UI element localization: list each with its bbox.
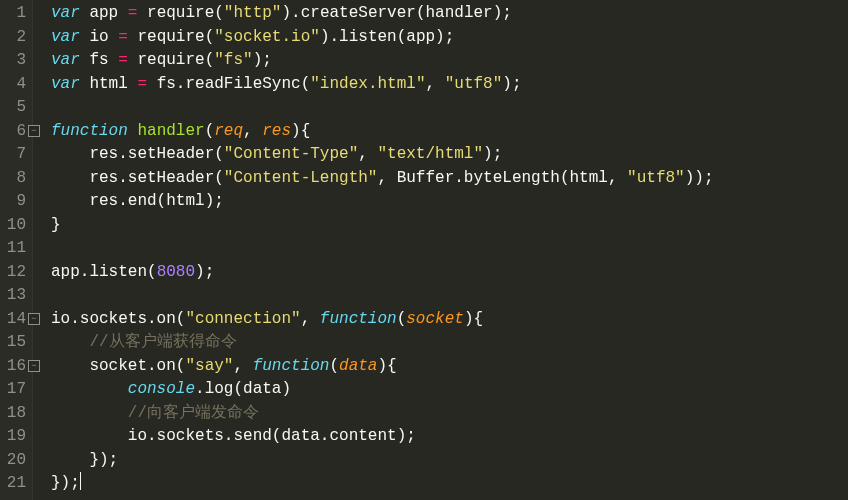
line-number: 8	[4, 167, 26, 191]
code-line[interactable]: }	[51, 214, 714, 238]
token-storage: function	[320, 310, 397, 328]
token-plain: require(	[137, 4, 223, 22]
token-kw: var	[51, 4, 80, 22]
token-plain: });	[51, 474, 80, 492]
token-plain: });	[51, 451, 118, 469]
token-comment: //从客户端获得命令	[89, 333, 236, 351]
line-number: 16−	[4, 355, 26, 379]
code-line[interactable]: //向客户端发命令	[51, 402, 714, 426]
code-line[interactable]: res.end(html);	[51, 190, 714, 214]
code-line[interactable]: var io = require("socket.io").listen(app…	[51, 26, 714, 50]
token-plain: ).listen(app);	[320, 28, 454, 46]
line-number: 9	[4, 190, 26, 214]
line-number: 17	[4, 378, 26, 402]
token-param: data	[339, 357, 377, 375]
code-line[interactable]: var html = fs.readFileSync("index.html",…	[51, 73, 714, 97]
token-plain	[128, 122, 138, 140]
token-plain	[51, 380, 128, 398]
fold-toggle-icon[interactable]: −	[28, 125, 40, 137]
token-plain: , Buffer.byteLength(html,	[377, 169, 627, 187]
code-line[interactable]	[51, 96, 714, 120]
token-num: 8080	[157, 263, 195, 281]
token-plain: fs.readFileSync(	[147, 75, 310, 93]
code-line[interactable]: });	[51, 449, 714, 473]
line-number: 5	[4, 96, 26, 120]
code-line[interactable]: res.setHeader("Content-Length", Buffer.b…	[51, 167, 714, 191]
token-op: =	[137, 75, 147, 93]
token-plain: (	[205, 122, 215, 140]
line-number: 21	[4, 472, 26, 496]
line-number: 2	[4, 26, 26, 50]
code-line[interactable]: socket.on("say", function(data){	[51, 355, 714, 379]
token-str: "fs"	[214, 51, 252, 69]
code-line[interactable]: var fs = require("fs");	[51, 49, 714, 73]
code-line[interactable]: });	[51, 472, 714, 496]
token-plain: res.setHeader(	[51, 145, 224, 163]
token-str: "http"	[224, 4, 282, 22]
token-def: handler	[137, 122, 204, 140]
token-plain: );	[502, 75, 521, 93]
token-plain: ,	[358, 145, 377, 163]
token-kw: var	[51, 28, 80, 46]
token-str: "socket.io"	[214, 28, 320, 46]
fold-toggle-icon[interactable]: −	[28, 313, 40, 325]
line-number: 19	[4, 425, 26, 449]
token-plain: ){	[291, 122, 310, 140]
token-storage: function	[51, 122, 128, 140]
code-editor[interactable]: 123456−7891011121314−1516−1718192021 var…	[0, 0, 848, 500]
token-obj: console	[128, 380, 195, 398]
token-comment: //向客户端发命令	[128, 404, 259, 422]
token-str: "utf8"	[627, 169, 685, 187]
line-number: 6−	[4, 120, 26, 144]
token-op: =	[118, 28, 128, 46]
line-number: 10	[4, 214, 26, 238]
token-plain: ){	[464, 310, 483, 328]
token-param: req	[214, 122, 243, 140]
code-line[interactable]: console.log(data)	[51, 378, 714, 402]
code-line[interactable]	[51, 284, 714, 308]
token-param: res	[262, 122, 291, 140]
code-line[interactable]	[51, 237, 714, 261]
token-kw: var	[51, 75, 80, 93]
token-plain: app	[80, 4, 128, 22]
token-op: =	[118, 51, 128, 69]
token-plain: io.sockets.on(	[51, 310, 185, 328]
code-line[interactable]: function handler(req, res){	[51, 120, 714, 144]
code-line[interactable]: io.sockets.on("connection", function(soc…	[51, 308, 714, 332]
token-plain: }	[51, 216, 61, 234]
code-line[interactable]: //从客户端获得命令	[51, 331, 714, 355]
line-number: 1	[4, 2, 26, 26]
code-line[interactable]: res.setHeader("Content-Type", "text/html…	[51, 143, 714, 167]
code-area[interactable]: var app = require("http").createServer(h…	[33, 0, 714, 500]
token-plain: require(	[128, 51, 214, 69]
token-param: socket	[406, 310, 464, 328]
token-plain: html	[80, 75, 138, 93]
token-str: "say"	[185, 357, 233, 375]
token-plain	[51, 404, 128, 422]
token-str: "Content-Type"	[224, 145, 358, 163]
code-line[interactable]: io.sockets.send(data.content);	[51, 425, 714, 449]
token-str: "utf8"	[445, 75, 503, 93]
token-plain: io	[80, 28, 118, 46]
code-line[interactable]: app.listen(8080);	[51, 261, 714, 285]
fold-toggle-icon[interactable]: −	[28, 360, 40, 372]
line-number-gutter: 123456−7891011121314−1516−1718192021	[0, 0, 33, 500]
token-plain: ,	[233, 357, 252, 375]
token-plain: ,	[425, 75, 444, 93]
token-plain: require(	[128, 28, 214, 46]
token-plain: socket.on(	[51, 357, 185, 375]
line-number: 12	[4, 261, 26, 285]
line-number: 18	[4, 402, 26, 426]
token-plain: ,	[243, 122, 262, 140]
line-number: 4	[4, 73, 26, 97]
token-plain: (	[397, 310, 407, 328]
token-plain: (	[329, 357, 339, 375]
token-str: "connection"	[185, 310, 300, 328]
text-cursor	[80, 472, 81, 490]
code-line[interactable]: var app = require("http").createServer(h…	[51, 2, 714, 26]
token-str: "Content-Length"	[224, 169, 378, 187]
token-plain: res.setHeader(	[51, 169, 224, 187]
line-number: 20	[4, 449, 26, 473]
token-str: "index.html"	[310, 75, 425, 93]
line-number: 13	[4, 284, 26, 308]
